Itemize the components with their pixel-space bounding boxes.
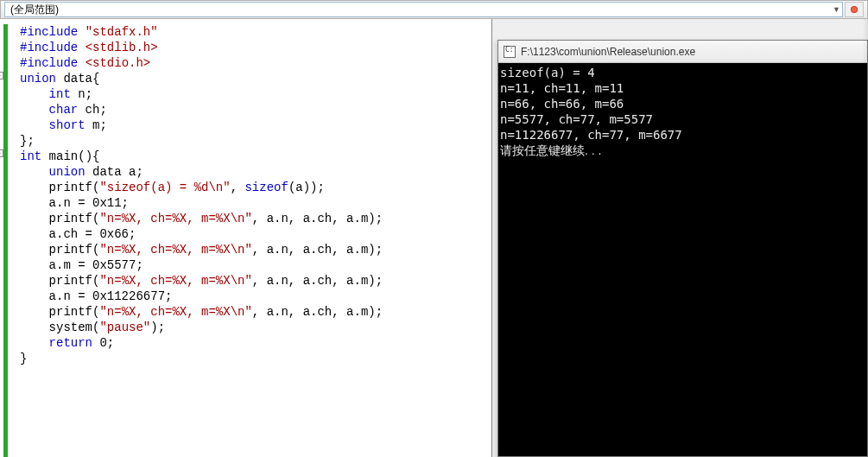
console-output: sizeof(a) = 4 n=11, ch=11, m=11 n=66, ch…: [498, 63, 867, 456]
code-editor[interactable]: #include "stdafx.h"#include <stdlib.h>#i…: [0, 19, 492, 457]
scope-dropdown[interactable]: (全局范围) ▼: [4, 2, 843, 17]
chevron-down-icon: ▼: [833, 5, 840, 14]
code-content: #include "stdafx.h"#include <stdlib.h>#i…: [10, 24, 491, 366]
fold-toggle-icon[interactable]: -: [0, 149, 3, 157]
console-title-text: F:\1123\com\union\Release\union.exe: [521, 46, 695, 58]
right-pane: F:\1123\com\union\Release\union.exe size…: [492, 19, 868, 457]
fold-toggle-icon[interactable]: -: [0, 72, 3, 79]
toolbar: (全局范围) ▼: [0, 0, 868, 19]
scope-label: (全局范围): [10, 3, 59, 17]
console-titlebar[interactable]: F:\1123\com\union\Release\union.exe: [498, 41, 867, 63]
console-icon: [504, 46, 516, 58]
record-icon: [852, 7, 857, 12]
toolbar-button[interactable]: [845, 2, 864, 17]
console-window: F:\1123\com\union\Release\union.exe size…: [497, 40, 868, 457]
